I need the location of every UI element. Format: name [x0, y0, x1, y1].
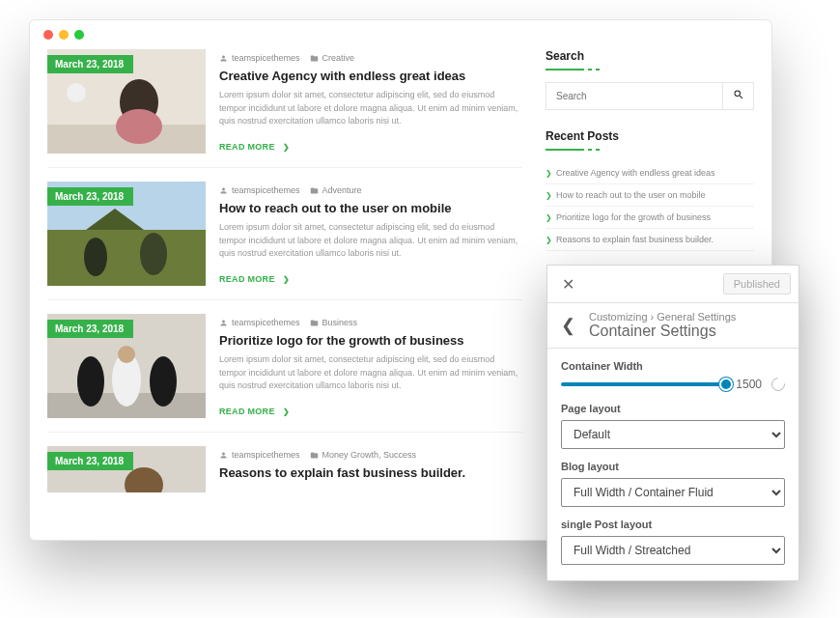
chevron-right-icon: ❯ [546, 169, 552, 178]
post-category[interactable]: Adventure [322, 185, 362, 195]
close-dot[interactable] [43, 30, 53, 40]
post-date-badge: March 23, 2018 [47, 55, 133, 73]
svg-point-12 [77, 356, 104, 407]
post-category[interactable]: Business [322, 318, 358, 327]
blog-post: March 23, 2018 teamspicethemes Money Gro… [47, 446, 522, 506]
svg-point-9 [140, 233, 167, 275]
window-titlebar [30, 20, 771, 49]
customizer-body: Container Width 1500 Page layout Default… [547, 349, 798, 580]
customizer-topbar: ✕ Published [547, 266, 798, 303]
post-thumbnail[interactable]: March 23, 2018 [47, 314, 206, 418]
post-title[interactable]: How to reach out to the user on mobile [219, 201, 522, 215]
svg-point-8 [84, 238, 107, 276]
slider-thumb[interactable] [719, 378, 733, 391]
widget-title: Recent Posts [546, 129, 754, 143]
field-label: Blog layout [561, 461, 785, 472]
svg-point-4 [67, 83, 86, 102]
user-icon [219, 319, 228, 327]
post-excerpt: Lorem ipsum dolor sit amet, consectetur … [219, 89, 522, 128]
blog-post: March 23, 2018 teamspicethemes Adventure… [47, 182, 522, 300]
post-title[interactable]: Creative Agency with endless great ideas [219, 69, 522, 83]
post-category[interactable]: Creative [322, 53, 355, 63]
field-label: single Post layout [561, 519, 785, 530]
post-excerpt: Lorem ipsum dolor sit amet, consectetur … [219, 353, 522, 393]
blog-layout-select[interactable]: Full Width / Container Fluid [561, 478, 785, 507]
post-author[interactable]: teamspicethemes [232, 450, 300, 460]
close-button[interactable]: ✕ [555, 271, 580, 296]
post-meta: teamspicethemes Creative [219, 53, 522, 63]
published-button[interactable]: Published [723, 273, 791, 295]
chevron-right-icon: ❯ [546, 236, 552, 244]
list-item[interactable]: ❯How to reach out to the user on mobile [546, 184, 754, 207]
post-author[interactable]: teamspicethemes [232, 185, 300, 195]
search-widget: Search [546, 49, 754, 110]
customizer-panel: ✕ Published ❮ Customizing › General Sett… [546, 265, 799, 581]
chevron-right-icon: ❯ [283, 275, 290, 284]
recent-posts-widget: Recent Posts ❯Creative Agency with endle… [546, 129, 754, 251]
post-meta: teamspicethemes Business [219, 318, 522, 327]
maximize-dot[interactable] [74, 30, 84, 40]
post-excerpt: Lorem ipsum dolor sit amet, consectetur … [219, 221, 522, 261]
chevron-right-icon: ❯ [283, 407, 290, 416]
post-category[interactable]: Money Growth, Success [322, 450, 417, 460]
customizer-header: ❮ Customizing › General Settings Contain… [547, 303, 798, 349]
search-box [546, 82, 754, 110]
post-thumbnail[interactable]: March 23, 2018 [47, 49, 206, 154]
field-label: Page layout [561, 403, 785, 414]
post-body: teamspicethemes Business Prioritize logo… [219, 314, 522, 418]
list-item[interactable]: ❯Creative Agency with endless great idea… [546, 162, 754, 184]
back-button[interactable]: ❮ [557, 313, 579, 338]
width-slider[interactable] [561, 382, 726, 386]
blog-list: March 23, 2018 teamspicethemes Creative … [47, 49, 522, 506]
post-author[interactable]: teamspicethemes [232, 318, 300, 327]
folder-icon [310, 451, 319, 460]
post-body: teamspicethemes Creative Creative Agency… [219, 49, 522, 154]
post-body: teamspicethemes Adventure How to reach o… [219, 182, 522, 286]
post-title[interactable]: Reasons to explain fast business builder… [219, 465, 522, 480]
post-date-badge: March 23, 2018 [47, 320, 133, 338]
single-post-layout-select[interactable]: Full Width / Streatched [561, 536, 785, 565]
blog-post: March 23, 2018 teamspicethemes Creative … [47, 49, 522, 168]
svg-rect-6 [47, 230, 206, 286]
post-title[interactable]: Prioritize logo for the growth of busine… [219, 333, 522, 348]
read-more-link[interactable]: READ MORE❯ [219, 142, 290, 152]
user-icon [219, 54, 228, 63]
svg-point-3 [116, 109, 162, 144]
widget-underline [546, 149, 584, 151]
chevron-right-icon: ❯ [546, 213, 552, 222]
user-icon [219, 186, 228, 195]
blog-post: March 23, 2018 teamspicethemes Business … [47, 314, 522, 433]
post-author[interactable]: teamspicethemes [232, 53, 300, 63]
chevron-right-icon: ❯ [546, 191, 552, 200]
widget-title: Search [546, 49, 754, 63]
container-width-field: Container Width 1500 [561, 360, 785, 391]
svg-point-15 [150, 356, 177, 407]
folder-icon [310, 319, 319, 327]
panel-title: Container Settings [589, 323, 736, 340]
widget-underline [546, 69, 584, 70]
list-item[interactable]: ❯Prioritize logo for the growth of busin… [546, 207, 754, 229]
chevron-right-icon: ❯ [283, 143, 290, 152]
post-thumbnail[interactable]: March 23, 2018 [47, 446, 206, 492]
list-item[interactable]: ❯Reasons to explain fast business builde… [546, 229, 754, 251]
search-icon [733, 89, 744, 100]
page-layout-field: Page layout Default [561, 403, 785, 449]
single-post-layout-field: single Post layout Full Width / Streatch… [561, 519, 785, 565]
page-layout-select[interactable]: Default [561, 420, 785, 449]
search-input[interactable] [546, 83, 722, 109]
read-more-link[interactable]: READ MORE❯ [219, 274, 290, 284]
search-button[interactable] [722, 83, 753, 109]
read-more-link[interactable]: READ MORE❯ [219, 407, 290, 416]
slider-value: 1500 [736, 378, 762, 391]
post-meta: teamspicethemes Adventure [219, 185, 522, 195]
minimize-dot[interactable] [59, 30, 69, 40]
field-label: Container Width [561, 360, 785, 372]
breadcrumb: Customizing › General Settings [589, 311, 736, 323]
reset-icon[interactable] [769, 375, 788, 394]
recent-posts-list: ❯Creative Agency with endless great idea… [546, 162, 754, 251]
post-thumbnail[interactable]: March 23, 2018 [47, 182, 206, 286]
svg-point-14 [118, 346, 135, 363]
folder-icon [310, 54, 319, 63]
post-body: teamspicethemes Money Growth, Success Re… [219, 446, 522, 492]
folder-icon [310, 186, 319, 195]
